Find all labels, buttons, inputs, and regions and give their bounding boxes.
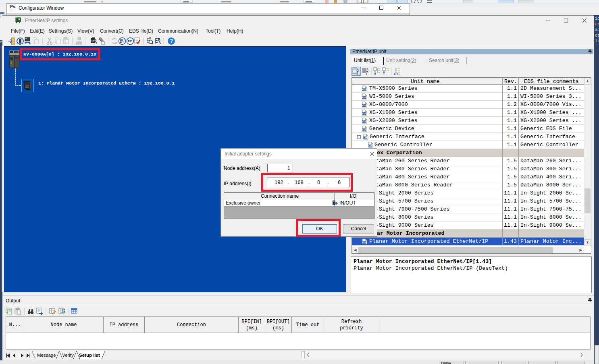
svg-text:EIP: EIP xyxy=(128,40,132,42)
svg-text:A: A xyxy=(357,68,359,71)
svg-text:?: ? xyxy=(170,38,173,44)
svg-text:RLY: RLY xyxy=(120,41,124,43)
svg-text:EDS: EDS xyxy=(362,104,367,107)
svg-text:EDS: EDS xyxy=(362,112,367,115)
svg-text:Setup list: Setup list xyxy=(79,353,100,358)
svg-text:A: A xyxy=(366,68,368,71)
svg-text:EDS: EDS xyxy=(362,241,367,244)
svg-text:Z: Z xyxy=(357,71,359,74)
svg-text:EDS: EDS xyxy=(362,88,367,91)
svg-text:EDS: EDS xyxy=(362,128,367,131)
svg-text:EDS: EDS xyxy=(362,96,367,99)
svg-text:Verify: Verify xyxy=(62,353,74,358)
svg-text:EDS: EDS xyxy=(364,136,368,139)
svg-text:EDS: EDS xyxy=(362,120,367,123)
svg-text:EDS: EDS xyxy=(368,145,373,147)
svg-text:Message: Message xyxy=(37,353,56,358)
svg-text:ALL: ALL xyxy=(394,73,399,76)
svg-text:Z: Z xyxy=(366,71,368,74)
